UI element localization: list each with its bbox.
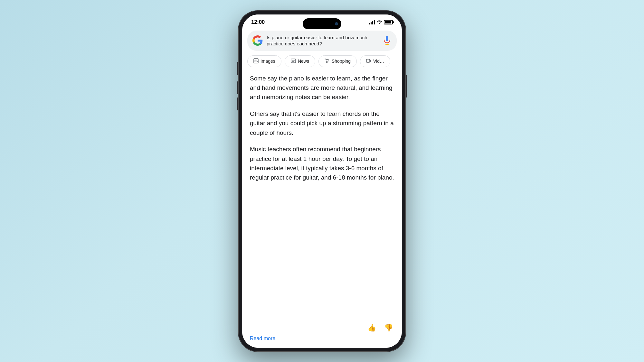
read-more-link[interactable]: Read more — [250, 336, 275, 341]
videos-tab-label: Vid… — [373, 59, 384, 64]
phone-screen: 12:00 — [242, 14, 402, 348]
svg-rect-11 — [366, 59, 370, 62]
answer-content: Some say the piano is easier to learn, a… — [242, 70, 402, 318]
filter-tabs: Images News — [242, 53, 402, 70]
answer-text-2: Others say that it's easier to learn cho… — [250, 109, 394, 137]
tab-news[interactable]: News — [285, 55, 315, 67]
thumbs-down-icon: 👎 — [384, 324, 393, 332]
google-logo-icon — [252, 35, 263, 46]
news-tab-icon — [291, 58, 296, 64]
answer-text-3: Music teachers often recommend that begi… — [250, 144, 394, 182]
read-more-row: Read more — [242, 336, 402, 348]
search-bar[interactable]: Is piano or guitar easier to learn and h… — [247, 31, 397, 51]
news-tab-label: News — [298, 59, 309, 64]
shopping-tab-label: Shopping — [332, 59, 351, 64]
phone-shell: 12:00 — [238, 11, 406, 352]
answer-paragraph-3: Music teachers often recommend that begi… — [250, 144, 394, 182]
svg-rect-0 — [386, 36, 388, 41]
battery-icon — [384, 20, 393, 24]
microphone-icon[interactable] — [383, 36, 392, 45]
tab-videos[interactable]: Vid… — [360, 55, 390, 67]
thumbs-down-button[interactable]: 👎 — [383, 322, 394, 334]
phone-mockup: 12:00 — [238, 11, 406, 352]
search-query-text: Is piano or guitar easier to learn and h… — [267, 34, 379, 47]
answer-text-1: Some say the piano is easier to learn, a… — [250, 74, 394, 102]
images-tab-label: Images — [260, 59, 275, 64]
status-bar: 12:00 — [242, 14, 402, 27]
dynamic-island — [303, 18, 341, 29]
videos-tab-icon — [366, 58, 371, 64]
answer-paragraph-2: Others say that it's easier to learn cho… — [250, 109, 394, 137]
status-time: 12:00 — [251, 19, 265, 25]
signal-bars-icon — [369, 20, 375, 24]
action-row: 👍 👎 — [242, 318, 402, 336]
images-tab-icon — [253, 58, 259, 64]
tab-images[interactable]: Images — [247, 55, 281, 67]
svg-point-10 — [327, 62, 328, 63]
thumbs-up-button[interactable]: 👍 — [366, 322, 377, 334]
thumbs-up-icon: 👍 — [367, 324, 376, 332]
camera-dot — [335, 22, 338, 25]
shopping-tab-icon — [325, 58, 330, 64]
wifi-icon — [377, 20, 382, 24]
status-icons — [369, 20, 393, 24]
tab-shopping[interactable]: Shopping — [318, 55, 357, 67]
answer-paragraph-1: Some say the piano is easier to learn, a… — [250, 74, 394, 102]
svg-point-9 — [326, 62, 327, 63]
